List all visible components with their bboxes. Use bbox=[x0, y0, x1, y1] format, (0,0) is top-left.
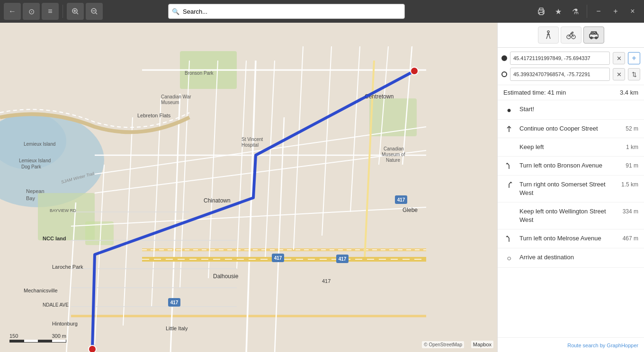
origin-clear-button[interactable]: ✕ bbox=[613, 52, 625, 64]
svg-text:417: 417 bbox=[322, 278, 331, 284]
direction-text-keep-left-1: Keep left bbox=[519, 143, 621, 151]
direction-text-arrive: Arrive at destination bbox=[519, 253, 634, 262]
scale-seg-1 bbox=[10, 340, 24, 342]
svg-text:Lemieux Island: Lemieux Island bbox=[24, 141, 55, 147]
scale-bar bbox=[9, 340, 66, 343]
maximize-button[interactable]: + bbox=[608, 4, 623, 19]
direction-item-melrose: Turn left onto Melrose Avenue 467 m bbox=[498, 229, 644, 248]
route-inputs: ✕ + ✕ ⇅ bbox=[498, 48, 644, 85]
svg-line-5 bbox=[96, 13, 97, 14]
svg-point-10 bbox=[543, 11, 544, 12]
walk-mode-button[interactable] bbox=[538, 26, 559, 44]
origin-row: ✕ + bbox=[501, 52, 640, 65]
svg-text:Museum: Museum bbox=[161, 100, 179, 105]
print-button[interactable] bbox=[534, 4, 549, 19]
direction-item-somerset: Turn right onto Somerset Street West 1.5… bbox=[498, 176, 644, 202]
direction-item-keep-left-1: Keep left 1 km bbox=[498, 138, 644, 157]
direction-dist-melrose: 467 m bbox=[623, 235, 638, 242]
svg-text:Glebe: Glebe bbox=[402, 207, 418, 213]
svg-rect-9 bbox=[539, 8, 543, 10]
search-bar: 🔍 bbox=[168, 4, 405, 19]
direction-text-cooper: Continue onto Cooper Street bbox=[519, 124, 621, 133]
bookmark-button[interactable]: ★ bbox=[551, 4, 566, 19]
svg-text:417: 417 bbox=[397, 197, 405, 202]
svg-text:Lebreton Flats: Lebreton Flats bbox=[137, 113, 171, 118]
destination-input[interactable] bbox=[510, 68, 610, 81]
transport-modes bbox=[498, 23, 644, 48]
map-scale: 150 300 m bbox=[9, 333, 66, 343]
continue-icon bbox=[503, 125, 515, 133]
scale-label-right: 300 m bbox=[52, 333, 66, 339]
direction-text-start: Start! bbox=[519, 105, 634, 114]
svg-text:Chinatown: Chinatown bbox=[204, 197, 231, 204]
zoom-out-button[interactable] bbox=[86, 3, 103, 20]
scale-label-left: 150 bbox=[9, 333, 18, 339]
direction-item-cooper: Continue onto Cooper Street 52 m bbox=[498, 120, 644, 138]
direction-item-arrive: ○ Arrive at destination bbox=[498, 248, 644, 268]
toolbar-right-buttons: ★ ⚗ − + × bbox=[534, 4, 640, 19]
svg-text:417: 417 bbox=[339, 256, 347, 262]
svg-text:NDALE AVE: NDALE AVE bbox=[43, 302, 69, 308]
map-svg: Bronson Park Canadian War Museum Lebreto… bbox=[0, 23, 497, 352]
layers-button[interactable]: ≡ bbox=[42, 3, 59, 20]
direction-dist-keep-left-1: 1 km bbox=[626, 144, 638, 150]
right-panel: ✕ + ✕ ⇅ Estimated time: 41 min 3.4 km ● … bbox=[497, 23, 644, 352]
svg-text:Museum of: Museum of bbox=[382, 152, 405, 157]
destination-clear-button[interactable]: ✕ bbox=[613, 68, 625, 80]
graphhopper-link[interactable]: Route search by GraphHopper bbox=[567, 343, 638, 348]
swap-button[interactable]: ⇅ bbox=[628, 68, 640, 80]
mapbox-attribution: Mapbox bbox=[471, 341, 493, 348]
direction-item-start: ● Start! bbox=[498, 100, 644, 120]
scale-seg-3 bbox=[38, 340, 52, 342]
zoom-in-button[interactable] bbox=[67, 3, 84, 20]
svg-text:Laroche Park: Laroche Park bbox=[52, 264, 83, 270]
osm-attribution: © OpenStreetMap bbox=[422, 341, 464, 348]
svg-text:Mechanicsville: Mechanicsville bbox=[24, 288, 58, 293]
filter-button[interactable]: ⚗ bbox=[568, 4, 583, 19]
svg-text:Little Italy: Little Italy bbox=[166, 326, 188, 331]
svg-text:Canadian War: Canadian War bbox=[161, 94, 191, 99]
scale-seg-2 bbox=[24, 340, 38, 342]
svg-rect-8 bbox=[539, 12, 543, 15]
direction-text-melrose: Turn left onto Melrose Avenue bbox=[519, 234, 618, 243]
bike-mode-button[interactable] bbox=[561, 26, 581, 44]
search-icon: 🔍 bbox=[172, 8, 179, 15]
svg-point-83 bbox=[411, 67, 418, 75]
svg-point-85 bbox=[547, 31, 549, 33]
direction-dist-somerset: 1.5 km bbox=[621, 181, 638, 188]
svg-rect-93 bbox=[595, 33, 597, 34]
scale-seg-4 bbox=[52, 340, 66, 342]
direction-dist-wellington: 334 m bbox=[623, 208, 638, 215]
direction-dist-cooper: 52 m bbox=[626, 125, 638, 132]
svg-text:Canadian: Canadian bbox=[384, 146, 404, 151]
location-button[interactable]: ⊙ bbox=[23, 3, 40, 20]
svg-rect-17 bbox=[369, 98, 417, 136]
origin-input[interactable] bbox=[510, 52, 610, 65]
svg-text:417: 417 bbox=[274, 255, 282, 261]
direction-item-wellington: Keep left onto Wellington Street West 33… bbox=[498, 202, 644, 229]
estimated-time-label: Estimated time: 41 min bbox=[503, 89, 566, 96]
svg-text:St Vincent: St Vincent bbox=[242, 137, 263, 142]
back-button[interactable]: ← bbox=[4, 3, 21, 20]
svg-text:Dalhousie: Dalhousie bbox=[213, 273, 239, 280]
estimated-time-bar: Estimated time: 41 min 3.4 km bbox=[498, 85, 644, 100]
close-button[interactable]: × bbox=[625, 4, 640, 19]
svg-text:Nepean: Nepean bbox=[26, 188, 45, 194]
route-distance: 3.4 km bbox=[620, 89, 638, 96]
direction-text-somerset: Turn right onto Somerset Street West bbox=[519, 180, 617, 197]
top-toolbar: ← ⊙ ≡ 🔍 ★ ⚗ − + × bbox=[0, 0, 644, 23]
directions-list: ● Start! Continue onto Cooper Street 52 … bbox=[498, 100, 644, 337]
svg-text:Hintonburg: Hintonburg bbox=[52, 321, 78, 326]
svg-text:Lemieux Island: Lemieux Island bbox=[19, 158, 51, 163]
origin-dot bbox=[501, 55, 507, 61]
svg-text:417: 417 bbox=[170, 300, 179, 305]
map-area[interactable]: Bronson Park Canadian War Museum Lebreto… bbox=[0, 23, 497, 352]
car-mode-button[interactable] bbox=[583, 26, 604, 44]
svg-point-88 bbox=[572, 32, 573, 34]
direction-item-bronson: Turn left onto Bronson Avenue 91 m bbox=[498, 157, 644, 175]
search-input[interactable] bbox=[168, 4, 405, 19]
panel-footer: Route search by GraphHopper bbox=[498, 337, 644, 352]
main-content: Bronson Park Canadian War Museum Lebreto… bbox=[0, 23, 644, 352]
minimize-button[interactable]: − bbox=[591, 4, 606, 19]
add-waypoint-button[interactable]: + bbox=[628, 52, 640, 64]
